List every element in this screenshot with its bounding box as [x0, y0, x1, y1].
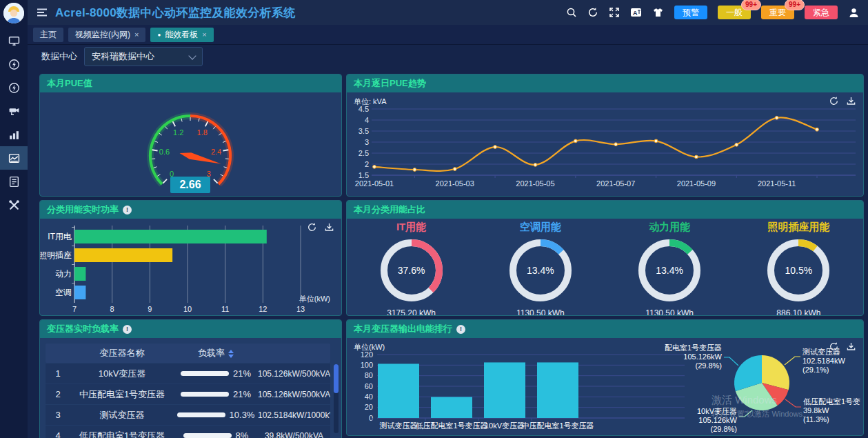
row-index: 2	[46, 389, 70, 399]
load-cell: 21%	[174, 389, 258, 399]
table-row[interactable]: 3测试变压器10.3%102.5184kW/1000kVA	[46, 405, 330, 425]
donut-value: 1130.50 kWh	[605, 308, 734, 316]
panel-output-rank-header: 本月变压器输出电能排行 !	[347, 320, 863, 338]
load-bar-track	[181, 371, 229, 376]
top-actions: A 预警 一般 99+ 重要 99+ 紧急	[566, 6, 860, 19]
user-avatar[interactable]	[3, 3, 24, 23]
svg-text:60: 60	[365, 382, 373, 390]
app-title: Acrel-8000数据中心动环监控及能效分析系统	[55, 5, 296, 21]
donut-title: IT用能	[347, 221, 476, 234]
donut-value: 3175.20 kWh	[347, 308, 476, 316]
theme-icon[interactable]	[652, 7, 664, 18]
donut-ac-energy: 空调用能 13.4% 1130.50 kWh	[476, 219, 605, 315]
sort-icon[interactable]	[228, 350, 234, 358]
transformer-name: 测试变压器	[70, 409, 174, 421]
close-icon[interactable]: ×	[202, 30, 206, 39]
translate-icon[interactable]: A	[630, 7, 642, 18]
fullscreen-icon[interactable]	[609, 7, 620, 18]
svg-text:0.6: 0.6	[159, 148, 170, 156]
column-load[interactable]: 负载率	[174, 347, 258, 359]
panel-transformer-load: 变压器实时负载率 ! 变压器名称 负载率 110kV变压器21%105.126k…	[39, 319, 342, 438]
svg-text:2: 2	[365, 160, 369, 168]
download-icon[interactable]	[846, 341, 856, 352]
sidebar-item-tools[interactable]	[0, 193, 28, 217]
donut-percent: 37.6%	[376, 265, 447, 276]
sidebar-item-energy[interactable]	[0, 52, 28, 76]
datacenter-select[interactable]: 安科瑞数据中心	[84, 47, 203, 66]
refresh-icon[interactable]	[587, 7, 598, 18]
sidebar-item-monitor[interactable]	[0, 29, 28, 52]
alert-important-button[interactable]: 重要 99+	[761, 6, 794, 19]
svg-text:2021-05-07: 2021-05-07	[596, 179, 635, 188]
download-icon[interactable]	[846, 96, 856, 106]
sidebar-item-bar-chart[interactable]	[0, 123, 28, 146]
refresh-icon[interactable]	[829, 96, 839, 106]
donut-value: 1130.50 kWh	[476, 308, 605, 316]
table-row[interactable]: 2中压配电室1号变压器21%105.126kW/500kVA	[46, 384, 330, 404]
refresh-icon[interactable]	[829, 341, 839, 352]
tab-energy-board[interactable]: ● 能效看板 ×	[150, 28, 213, 42]
svg-text:照明插座: 照明插座	[40, 250, 72, 260]
table-row[interactable]: 4低压配电室1号变压器8%39.8kW/500kVA	[46, 426, 330, 438]
svg-text:低压配电室1号变: 低压配电室1号变	[803, 397, 860, 406]
column-load-label: 负载率	[198, 348, 225, 358]
alert-urgent-label: 紧急	[813, 8, 829, 17]
user-icon[interactable]	[848, 7, 860, 19]
capacity-value: 105.126kW/500kVA	[258, 390, 330, 399]
load-cell: 8%	[174, 430, 258, 438]
alert-forewarn-button[interactable]: 预警	[674, 6, 707, 19]
output-rank-bar-chart: 020406080100120测试变压器低压配电室1号变压器10kV变压器中压配…	[347, 338, 692, 434]
sidebar-item-report[interactable]	[0, 170, 28, 193]
panel-title: 本月变压器输出电能排行	[354, 323, 452, 335]
column-name: 变压器名称	[70, 347, 174, 359]
monitor-icon	[8, 35, 20, 47]
unit-label: 单位(kW)	[354, 342, 385, 352]
svg-text:20: 20	[365, 403, 373, 411]
load-cell: 21%	[174, 368, 258, 379]
info-icon[interactable]: !	[123, 206, 132, 215]
alert-important-badge: 99+	[785, 0, 805, 10]
search-icon[interactable]	[566, 7, 577, 18]
row-index: 4	[46, 430, 70, 438]
panel-energy-share: 本月分类用能占比 IT用能 37.6% 3175.20 kWh 空调用能 13.…	[346, 200, 864, 316]
chevron-down-icon	[188, 52, 196, 59]
refresh-icon[interactable]	[307, 222, 317, 232]
load-percent: 8%	[236, 430, 249, 438]
scrollbar-thumb[interactable]	[334, 364, 339, 393]
alert-urgent-button[interactable]: 紧急	[805, 6, 838, 19]
tab-video-monitor[interactable]: 视频监控(内网) ×	[68, 28, 145, 42]
svg-text:1.2: 1.2	[173, 128, 183, 137]
svg-text:7: 7	[72, 305, 77, 313]
output-rank-pie-chart: 测试变压器102.5184kW(29.1%)低压配电室1号变39.8kW(11.…	[665, 338, 863, 434]
info-icon[interactable]: !	[456, 325, 465, 334]
info-icon[interactable]: !	[123, 325, 132, 334]
svg-text:8: 8	[110, 305, 114, 313]
svg-text:10kV变压器: 10kV变压器	[485, 421, 525, 430]
transformer-name: 低压配电室1号变压器	[70, 430, 174, 438]
donut-it-energy: IT用能 37.6% 3175.20 kWh	[347, 219, 476, 315]
sidebar-item-camera[interactable]	[0, 99, 28, 123]
panel-title: 本月逐日PUE趋势	[354, 77, 426, 90]
table-scrollbar[interactable]	[334, 364, 339, 433]
close-icon[interactable]: ×	[134, 30, 139, 39]
tab-home[interactable]: 主页	[33, 28, 63, 42]
alert-general-badge: 99+	[741, 0, 761, 10]
sidebar-item-energy-alt[interactable]	[0, 76, 28, 99]
sidebar-item-trend-chart[interactable]	[0, 146, 28, 170]
table-row[interactable]: 110kV变压器21%105.126kW/500kVA	[46, 364, 330, 384]
menu-toggle-icon[interactable]	[36, 7, 48, 18]
svg-text:(11.3%): (11.3%)	[803, 415, 829, 424]
download-icon[interactable]	[324, 222, 334, 232]
svg-text:空调: 空调	[55, 288, 72, 297]
top-bar: Acrel-8000数据中心动环监控及能效分析系统 A 预警 一般 99	[28, 0, 868, 25]
svg-text:102.5184kW: 102.5184kW	[803, 357, 845, 365]
tab-energy-board-label: 能效看板	[165, 29, 198, 41]
alert-general-button[interactable]: 一般 99+	[718, 6, 751, 19]
filter-bar: 数据中心 安科瑞数据中心	[28, 44, 868, 69]
table-header-row: 变压器名称 负载率	[46, 344, 330, 363]
trend-chart-icon	[8, 152, 20, 164]
donut-title: 空调用能	[476, 221, 605, 234]
transformer-name: 10kV变压器	[70, 368, 174, 380]
donut-power-energy: 动力用能 13.4% 1130.50 kWh	[605, 219, 734, 315]
pue-trend-chart: 1.522.533.544.52021-05-012021-05-032021-…	[347, 92, 862, 195]
